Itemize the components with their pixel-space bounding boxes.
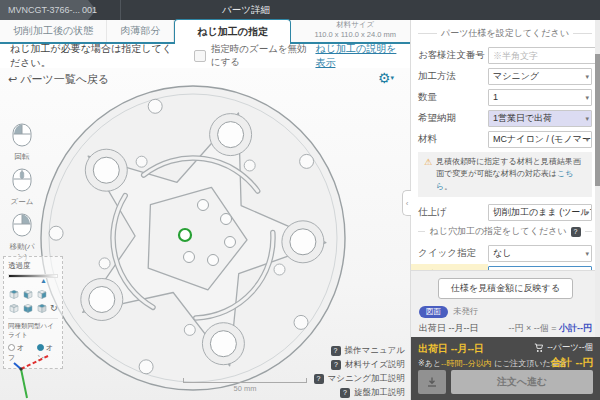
mouse-rotate-hint: 回転 (7, 123, 37, 162)
top-bar: MVNCGT-3766-... 001 パーツ詳細 (0, 0, 600, 20)
material-warning: ⚠ 見積依頼時に指定する材料と見積結果画面で変更が可能な材料の対応表はこちら。 (418, 152, 592, 197)
material-label: 材料 (418, 133, 488, 146)
chevron-down-icon: ▾ (585, 90, 589, 106)
material-size-label: 材料サイズ (315, 20, 396, 30)
spec-section-legend: パーツ仕様を設定してください (418, 27, 592, 40)
download-icon (426, 376, 438, 388)
order-number-label: お客様注文番号 (418, 49, 488, 62)
method-label: 加工方法 (418, 70, 488, 83)
view-cube-row-2: ↻ (8, 302, 58, 314)
mouse-pan-hint: 移動(パン) (7, 213, 37, 262)
mouse-zoom-icon (12, 168, 32, 192)
cart-icon (534, 343, 544, 353)
tab-post-machining-state[interactable]: 切削加工後の状態 (0, 20, 107, 42)
delivery-select[interactable]: 1営業日で出荷▾ (488, 110, 592, 127)
method-select[interactable]: マシニング▾ (488, 68, 592, 85)
left-column: 切削加工後の状態 肉薄部分 ねじ加工の指定 材料サイズ 110.0 x 110.… (0, 20, 410, 400)
scale-bar: 50 mm (183, 378, 307, 393)
quantity-label: 数量 (418, 91, 488, 104)
view-cube-front-icon[interactable] (22, 288, 34, 300)
view-cube-row-1 (8, 288, 58, 300)
quantity-row: 数量 1▾ (418, 89, 592, 106)
view-cube-iso-icon[interactable] (36, 302, 48, 314)
thread-instruction-text: ねじ加工が必要な場合は指定してください。 (10, 42, 180, 70)
thread-explanation-link[interactable]: ねじ加工の説明を表示 (315, 42, 400, 70)
help-link-lathe[interactable]: ?旋盤加工説明 (303, 387, 405, 399)
viewer-settings-button[interactable]: ⚙▾ (378, 69, 394, 87)
collapse-chevron-icon: ‹ (406, 199, 409, 208)
drawing-status: 未発行 (453, 306, 479, 318)
drawing-badge: 図面 (419, 306, 448, 318)
spec-panel: パーツ仕様を設定してください お客様注文番号 加工方法 マシニング▾ 数量 1▾… (410, 20, 600, 400)
finish-select[interactable]: 切削加工のまま (ツールマークが▾ (488, 204, 592, 221)
quick-spec-select[interactable]: なし▾ (488, 245, 592, 262)
panel-scrollbar-thumb[interactable] (595, 54, 600, 186)
cart-count: --パーツ--個 (547, 342, 593, 354)
help-link-material-size[interactable]: ?材料サイズ説明 (303, 359, 405, 371)
mouse-rotate-icon (12, 123, 32, 147)
chevron-down-icon: ▾ (585, 132, 589, 148)
total-line: 合計--円 (534, 356, 593, 370)
proceed-order-button[interactable]: 注文へ進む (451, 370, 593, 394)
back-to-parts-link[interactable]: ↩パーツ一覧へ戻る (8, 72, 109, 87)
order-footer: 出荷日 --月--日 ※あと--時間--分以内 にご注文頂いた場合 --パーツ-… (411, 337, 600, 400)
subtotal-value: 小計--円 (559, 323, 592, 333)
transparency-slider-handle[interactable]: ▲ (40, 277, 47, 284)
help-link-manual[interactable]: ?操作マニュアル (303, 345, 405, 357)
mouse-pan-icon (12, 213, 32, 237)
question-icon: ? (331, 346, 341, 356)
chevron-down-icon: ▾ (585, 69, 589, 85)
chevron-down-icon: ▾ (585, 246, 589, 262)
transparency-label: 透過度 (8, 261, 58, 271)
material-row: 材料 MCナイロン / (モノマーキャスト▾ (418, 131, 592, 148)
subtotal-formula: --円 × --個 = (508, 323, 556, 333)
panel-scrollbar (595, 20, 600, 337)
reflect-quote-button[interactable]: 仕様を見積金額に反映する (438, 278, 573, 299)
chevron-down-icon: ▾ (585, 205, 589, 221)
thread-section-legend: ねじ穴加工の指定をしてください? (418, 225, 592, 238)
finish-row: 仕上げ 切削加工のまま (ツールマークが▾ (418, 204, 592, 221)
question-icon: ? (314, 374, 324, 384)
finish-label: 仕上げ (418, 206, 488, 219)
view-cube-side-icon[interactable] (36, 288, 48, 300)
thread-info-row: ねじ加工が必要な場合は指定してください。 指定時のズームを無効にする ねじ加工の… (0, 44, 410, 68)
method-row: 加工方法 マシニング▾ (418, 68, 592, 85)
cart-summary: --パーツ--個 (534, 342, 593, 354)
breadcrumb-part-number[interactable]: 001 (82, 0, 97, 20)
scale-bar-label: 50 mm (183, 384, 307, 393)
question-icon: ? (331, 360, 341, 370)
selected-thread-hole[interactable] (179, 229, 191, 241)
quick-spec-label: クイック指定 (418, 247, 488, 260)
chevron-down-icon: ▾ (585, 111, 589, 127)
material-size-info: 材料サイズ 110.0 x 110.0 x 24.0 mm (315, 18, 410, 42)
delivery-row: 希望納期 1営業日で出荷▾ (418, 110, 592, 127)
disable-zoom-checkbox[interactable] (194, 50, 206, 62)
panel-collapse-handle[interactable]: ‹ (402, 190, 411, 216)
scale-bar-line (183, 378, 307, 383)
view-cube-top-icon[interactable] (8, 288, 20, 300)
same-type-highlight-label: 同種類同型ハイライト (8, 318, 58, 340)
gear-icon: ⚙ (378, 70, 391, 86)
chevron-down-icon: ▾ (390, 74, 394, 81)
viewer-3d-canvas[interactable]: ↩パーツ一覧へ戻る ⚙▾ 回転 (0, 68, 410, 400)
help-link-machining[interactable]: ?マシニング加工説明 (303, 373, 405, 385)
tab-bar: 切削加工後の状態 肉薄部分 ねじ加工の指定 材料サイズ 110.0 x 110.… (0, 20, 410, 44)
order-number-input[interactable] (488, 47, 600, 64)
download-button[interactable] (418, 370, 446, 394)
help-links: ?操作マニュアル ?材料サイズ説明 ?マシニング加工説明 ?旋盤加工説明 Pow… (303, 345, 405, 400)
help-icon[interactable]: ? (571, 227, 581, 237)
quantity-select[interactable]: 1▾ (488, 89, 592, 106)
disable-zoom-checkbox-label[interactable]: 指定時のズームを無効にする (211, 43, 316, 69)
reset-rotation-icon[interactable]: ↻ (50, 303, 58, 314)
quick-spec-row: クイック指定 なし▾ (418, 245, 592, 262)
mouse-controls-legend: 回転 ズーム 移動(パン) (7, 123, 37, 268)
quote-summary: 仕様を見積金額に反映する 図面 未発行 出荷日 --月--日 --円 × --個… (411, 270, 600, 337)
tab-thin-wall[interactable]: 肉薄部分 (107, 20, 174, 42)
warning-icon: ⚠ (424, 156, 432, 193)
view-cube-back-icon[interactable] (8, 302, 20, 314)
view-cube-bottom-icon[interactable] (22, 302, 34, 314)
material-select[interactable]: MCナイロン / (モノマーキャスト▾ (488, 131, 592, 148)
axis-triad (6, 350, 52, 400)
order-number-row: お客様注文番号 (418, 47, 592, 64)
tab-thread-specification[interactable]: ねじ加工の指定 (174, 19, 291, 44)
